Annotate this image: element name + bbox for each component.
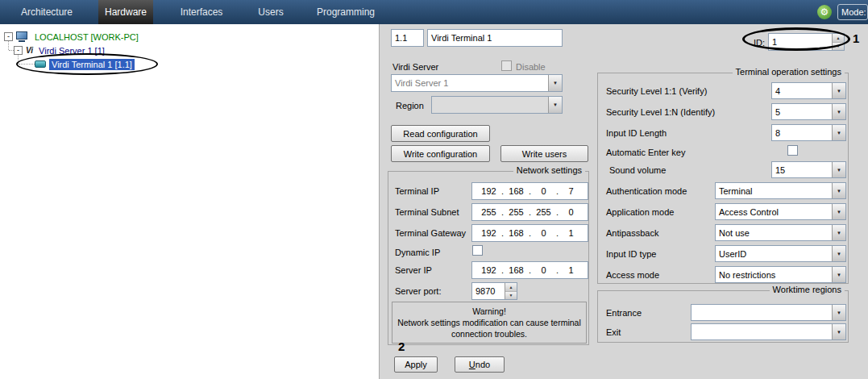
security-identify-select[interactable]: 5 ▼ — [771, 103, 846, 120]
warning-line: connection troubles. — [392, 328, 586, 339]
automatic-enter-key-checkbox[interactable] — [787, 145, 798, 156]
ip-dot: . — [554, 207, 560, 217]
ip-octet: 168 — [505, 228, 527, 238]
nav-item-users[interactable]: Users — [250, 0, 292, 24]
dynamic-ip-checkbox[interactable] — [472, 245, 483, 256]
spin-down-icon[interactable]: ▼ — [505, 292, 517, 300]
server-port-spinner[interactable]: 9870 ▲ ▼ — [471, 282, 517, 300]
select-value: UserID — [716, 249, 832, 259]
access-mode-label: Access mode — [606, 270, 659, 280]
select-value: Not use — [716, 228, 832, 238]
server-ip-field[interactable]: 192.168.0.1 — [471, 261, 588, 279]
entrance-label: Entrance — [606, 308, 642, 318]
security-verify-label: Security Level 1:1 (Verify) — [606, 86, 707, 96]
annotation-ellipse-id — [742, 27, 850, 51]
ip-dot: . — [500, 265, 505, 275]
device-tree-panel: - LOCALHOST [WORK-PC] - Vi Virdi Server … — [0, 24, 379, 379]
terminal-subnet-field[interactable]: 255.255.255.0 — [471, 203, 588, 221]
input-id-type-label: Input ID type — [606, 249, 656, 259]
application-mode-select[interactable]: Access Control ▼ — [715, 203, 846, 220]
annotation-number-1: 1 — [853, 31, 859, 45]
dropdown-arrow-icon[interactable]: ▼ — [832, 305, 845, 320]
disable-label: Disable — [516, 62, 546, 72]
nav-item-programming[interactable]: Programming — [308, 0, 384, 24]
tree-item-localhost[interactable]: - LOCALHOST [WORK-PC] — [4, 30, 141, 44]
region-select[interactable]: ▼ — [431, 96, 563, 114]
exit-select[interactable]: ▼ — [691, 323, 846, 340]
region-label: Region — [396, 101, 424, 110]
authentication-mode-label: Authentication mode — [606, 186, 687, 196]
ip-octet: 1 — [560, 228, 582, 238]
dropdown-arrow-icon[interactable]: ▼ — [832, 204, 845, 219]
select-value: 15 — [772, 165, 832, 175]
dropdown-arrow-icon[interactable]: ▼ — [832, 183, 845, 198]
dropdown-arrow-icon[interactable]: ▼ — [832, 83, 845, 98]
nav-item-interfaces[interactable]: Interfaces — [168, 0, 235, 24]
mode-label: Mode: — [841, 7, 866, 17]
ip-dot: . — [554, 228, 560, 238]
terminal-operation-settings-group: Terminal operation settings Security Lev… — [597, 73, 849, 284]
exit-label: Exit — [606, 327, 621, 337]
undo-button[interactable]: Undo — [455, 356, 505, 373]
security-identify-label: Security Level 1:N (Identify) — [606, 107, 715, 117]
entrance-select[interactable]: ▼ — [691, 304, 846, 321]
server-port-label: Server port: — [395, 286, 441, 296]
dropdown-arrow-icon[interactable]: ▼ — [832, 225, 845, 240]
ip-dot: . — [527, 265, 533, 275]
access-mode-select[interactable]: No restrictions ▼ — [715, 266, 846, 283]
mode-indicator: Mode: — [837, 4, 868, 20]
virdi-server-select[interactable]: Virdi Server 1 ▼ — [391, 74, 563, 92]
read-configuration-button[interactable]: Read configuration — [391, 125, 490, 142]
input-id-length-select[interactable]: 8 ▼ — [771, 124, 846, 141]
nav-item-architecture[interactable]: Architecture — [8, 0, 85, 24]
network-settings-group: Network settings Terminal IP 192.168.0.7… — [388, 171, 589, 345]
terminal-number-field[interactable]: 1.1 — [391, 29, 424, 47]
ip-dot: . — [554, 265, 560, 275]
dropdown-arrow-icon[interactable]: ▼ — [548, 97, 562, 113]
terminal-gateway-field[interactable]: 192.168.0.1 — [471, 224, 588, 242]
dropdown-arrow-icon[interactable]: ▼ — [832, 267, 845, 282]
antipassback-select[interactable]: Not use ▼ — [715, 224, 846, 241]
apply-button[interactable]: Apply — [394, 356, 438, 373]
dropdown-arrow-icon[interactable]: ▼ — [832, 125, 845, 140]
terminal-ip-field[interactable]: 192.168.0.7 — [471, 182, 588, 200]
spin-up-icon[interactable]: ▲ — [505, 283, 517, 292]
ip-dot: . — [500, 186, 505, 196]
security-verify-select[interactable]: 4 ▼ — [771, 82, 846, 99]
tree-collapse-icon[interactable]: - — [14, 46, 23, 55]
worktime-regions-title: Worktime regions — [770, 285, 845, 294]
write-configuration-button[interactable]: Write configuration — [391, 145, 490, 162]
dropdown-arrow-icon[interactable]: ▼ — [548, 75, 562, 91]
terminal-name-field[interactable]: Virdi Terminal 1 — [427, 29, 563, 47]
disable-checkbox[interactable] — [501, 60, 512, 71]
terminal-subnet-label: Terminal Subnet — [395, 207, 459, 217]
authentication-mode-select[interactable]: Terminal ▼ — [715, 182, 846, 199]
ip-octet: 255 — [505, 207, 527, 217]
warning-title: Warning! — [392, 306, 586, 317]
dropdown-arrow-icon[interactable]: ▼ — [832, 246, 845, 261]
select-value: Virdi Server 1 — [392, 78, 548, 88]
application-mode-label: Application mode — [606, 207, 674, 217]
sound-volume-select[interactable]: 15 ▼ — [771, 161, 846, 178]
ip-octet: 192 — [478, 228, 500, 238]
nav-item-hardware[interactable]: Hardware — [98, 0, 153, 24]
select-value: Access Control — [716, 207, 832, 217]
ip-dot: . — [527, 186, 533, 196]
dropdown-arrow-icon[interactable]: ▼ — [832, 162, 845, 177]
tree-collapse-icon[interactable]: - — [4, 32, 13, 41]
dropdown-arrow-icon[interactable]: ▼ — [832, 324, 845, 339]
dropdown-arrow-icon[interactable]: ▼ — [832, 104, 845, 119]
settings-gear-icon[interactable]: ⚙ — [817, 5, 832, 19]
terminal-name-value: Virdi Terminal 1 — [431, 33, 492, 43]
write-users-button[interactable]: Write users — [500, 145, 588, 162]
input-id-type-select[interactable]: UserID ▼ — [715, 245, 846, 262]
ip-octet: 255 — [533, 207, 554, 217]
ip-octet: 0 — [560, 207, 582, 217]
tree-item-label: LOCALHOST [WORK-PC] — [32, 31, 141, 43]
ip-octet: 0 — [533, 265, 554, 275]
spinner-buttons: ▲ ▼ — [505, 283, 517, 299]
virdi-server-label: Virdi Server — [392, 62, 438, 72]
select-value: 5 — [772, 107, 832, 117]
automatic-enter-key-label: Automatic Enter key — [606, 148, 685, 157]
worktime-regions-group: Worktime regions Entrance ▼ Exit ▼ — [597, 290, 849, 343]
